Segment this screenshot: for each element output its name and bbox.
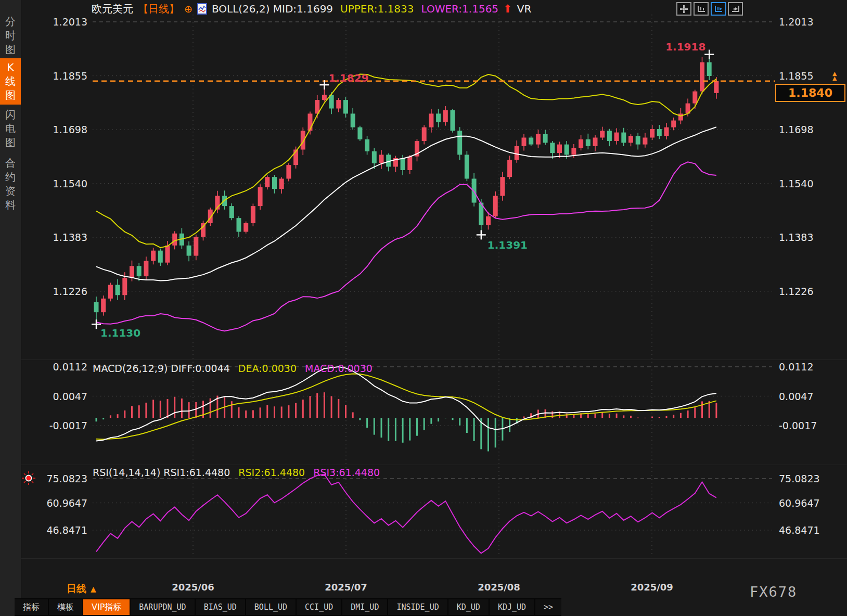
- macd-histogram-bar: [416, 418, 418, 436]
- candle-body: [407, 157, 412, 170]
- macd-histogram-bar: [274, 406, 275, 418]
- candle-body: [586, 139, 591, 146]
- macd-histogram-bar: [381, 418, 382, 438]
- candle-body: [116, 285, 120, 295]
- tab-bias-ud[interactable]: BIAS_UD: [196, 599, 245, 615]
- macd-hdr-segment: MACD:0.0030: [305, 363, 373, 374]
- candle-body: [144, 261, 148, 276]
- period-selector[interactable]: 日线 ▲: [67, 582, 96, 596]
- macd-histogram-bar: [673, 415, 674, 418]
- price-axis-label-right: 1.1383: [779, 232, 841, 243]
- macd-histogram-bar: [345, 405, 346, 418]
- tab-boll-ud[interactable]: BOLL_UD: [246, 599, 296, 615]
- tab-vip指标[interactable]: VIP指标: [83, 599, 130, 615]
- macd-histogram-bar: [167, 399, 169, 418]
- candle-body: [187, 246, 191, 256]
- tab-inside-ud[interactable]: INSIDE_UD: [388, 599, 447, 615]
- month-label: 2025/08: [463, 582, 535, 593]
- macd-histogram-bar: [174, 397, 175, 418]
- candle-body: [172, 234, 177, 246]
- price-annotation: 1.1918: [665, 41, 705, 53]
- macd-histogram-bar: [181, 399, 183, 418]
- macd-axis-label-right: 0.0047: [779, 391, 841, 402]
- macd-histogram-bar: [466, 418, 468, 433]
- period-selector-label: 日线: [67, 582, 86, 596]
- candle-body: [130, 266, 134, 278]
- price-axis-label-left: 1.2013: [21, 16, 87, 28]
- candle-body: [465, 155, 469, 178]
- chart-canvas[interactable]: [0, 0, 847, 616]
- tab-指标[interactable]: 指标: [15, 599, 48, 615]
- tab-kdj-ud[interactable]: KDJ_UD: [490, 599, 534, 615]
- candle-body: [272, 177, 277, 189]
- app-window: 分时图K线图闪电图合约资料 欧元美元 【日线】 ⊕ BOLL(26,2) MID…: [0, 0, 847, 616]
- macd-histogram-bar: [266, 405, 268, 418]
- candle-body: [571, 148, 576, 155]
- candle-body: [543, 134, 548, 143]
- macd-histogram-bar: [452, 418, 454, 420]
- macd-hdr-segment: DEA:0.0030: [238, 363, 297, 374]
- candle-body: [529, 137, 533, 144]
- macd-histogram-bar: [188, 402, 190, 418]
- candle-body: [636, 136, 640, 144]
- macd-histogram-bar: [430, 418, 432, 424]
- macd-histogram-bar: [110, 415, 111, 418]
- candle-body: [101, 299, 106, 312]
- macd-histogram-bar: [210, 399, 211, 418]
- rsi-hdr-segment: RSI3:61.4480: [313, 467, 380, 478]
- tab-kd-ud[interactable]: KD_UD: [448, 599, 489, 615]
- candle-body: [343, 100, 348, 113]
- macd-histogram-bar: [160, 401, 161, 418]
- candle-body: [515, 146, 519, 160]
- candle-body: [650, 129, 654, 137]
- candle-body: [600, 131, 605, 137]
- macd-histogram-bar: [715, 403, 717, 418]
- candle-body: [671, 121, 676, 127]
- candle-body: [657, 129, 662, 136]
- candle-body: [436, 113, 441, 122]
- macd-histogram-bar: [260, 407, 261, 418]
- month-label: 2025/06: [157, 582, 229, 593]
- macd-histogram-bar: [395, 418, 396, 441]
- tab-dmi-ud[interactable]: DMI_UD: [342, 599, 387, 615]
- candle-body: [194, 237, 198, 255]
- macd-histogram-bar: [152, 400, 154, 418]
- price-annotation: 1.1391: [487, 239, 528, 251]
- tab--[interactable]: >>: [535, 599, 561, 615]
- pane-divider: [21, 558, 847, 559]
- macd-histogram-bar: [445, 418, 446, 418]
- macd-histogram-bar: [473, 418, 475, 441]
- price-axis-label-left: 1.1383: [21, 232, 87, 243]
- candle-body: [401, 158, 405, 170]
- macd-histogram-bar: [245, 410, 247, 418]
- candle-body: [243, 223, 248, 232]
- rsi-axis-label-left: 60.9647: [21, 497, 87, 509]
- candle-body: [493, 196, 498, 216]
- candle-body: [351, 113, 355, 127]
- candle-body: [265, 177, 270, 187]
- rsi-header: RSI(14,14,14) RSI1:61.4480RSI2:61.4480RS…: [93, 467, 380, 478]
- month-label: 2025/07: [310, 582, 382, 593]
- price-axis-label-left: 1.1698: [21, 124, 87, 135]
- candle-body: [429, 113, 433, 127]
- tab-模板[interactable]: 模板: [49, 599, 82, 615]
- macd-histogram-bar: [609, 414, 610, 418]
- macd-histogram-bar: [601, 413, 603, 418]
- tab-barupdn-ud[interactable]: BARUPDN_UD: [131, 599, 194, 615]
- candle-body: [237, 218, 241, 232]
- macd-histogram-bar: [238, 407, 240, 418]
- macd-histogram-bar: [566, 414, 568, 418]
- macd-histogram-bar: [295, 403, 297, 418]
- price-annotation: 1.1130: [100, 327, 140, 339]
- rsi-hdr-segment: RSI(14,14,14) RSI1:61.4480: [93, 467, 230, 478]
- rsi-axis-label-right: 60.9647: [779, 497, 841, 509]
- candle-body: [379, 155, 384, 163]
- candle-body: [678, 113, 683, 120]
- tab-cci-ud[interactable]: CCI_UD: [297, 599, 341, 615]
- macd-histogram-bar: [409, 418, 410, 441]
- macd-histogram-bar: [102, 418, 104, 419]
- macd-histogram-bar: [117, 414, 119, 418]
- candle-body: [137, 266, 142, 276]
- candle-body: [593, 137, 598, 146]
- macd-histogram-bar: [231, 401, 233, 418]
